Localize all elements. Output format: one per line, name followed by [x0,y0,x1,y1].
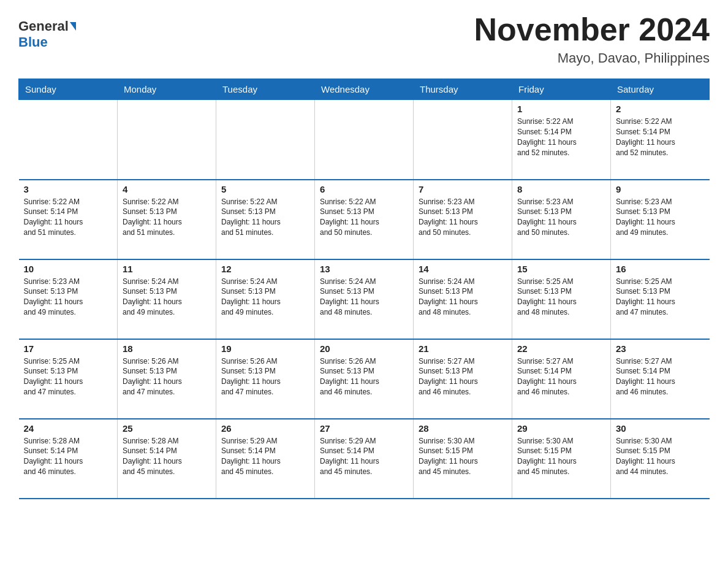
cell-info: Sunrise: 5:24 AM Sunset: 5:13 PM Dayligh… [221,277,309,318]
day-number: 26 [221,423,309,434]
day-number: 20 [320,343,408,354]
calendar-cell: 18Sunrise: 5:26 AM Sunset: 5:13 PM Dayli… [118,339,216,419]
calendar-cell: 27Sunrise: 5:29 AM Sunset: 5:14 PM Dayli… [315,419,414,499]
cell-info: Sunrise: 5:23 AM Sunset: 5:13 PM Dayligh… [517,197,605,238]
cell-info: Sunrise: 5:26 AM Sunset: 5:13 PM Dayligh… [123,356,211,397]
calendar-cell: 8Sunrise: 5:23 AM Sunset: 5:13 PM Daylig… [512,180,611,259]
day-number: 10 [24,264,113,274]
day-number: 6 [320,184,408,194]
logo-triangle-icon [70,22,76,31]
calendar-cell: 6Sunrise: 5:22 AM Sunset: 5:13 PM Daylig… [315,180,414,259]
day-number: 25 [123,423,211,434]
day-number: 5 [221,184,309,194]
calendar-cell: 15Sunrise: 5:25 AM Sunset: 5:13 PM Dayli… [512,259,611,339]
calendar-cell: 7Sunrise: 5:23 AM Sunset: 5:13 PM Daylig… [414,180,512,259]
calendar-cell: 29Sunrise: 5:30 AM Sunset: 5:15 PM Dayli… [512,419,611,499]
calendar-cell: 4Sunrise: 5:22 AM Sunset: 5:13 PM Daylig… [118,180,216,259]
calendar-row-2: 10Sunrise: 5:23 AM Sunset: 5:13 PM Dayli… [19,259,710,339]
calendar-cell: 1Sunrise: 5:22 AM Sunset: 5:14 PM Daylig… [512,100,611,180]
calendar-cell: 3Sunrise: 5:22 AM Sunset: 5:14 PM Daylig… [19,180,118,259]
cell-info: Sunrise: 5:22 AM Sunset: 5:13 PM Dayligh… [320,197,408,238]
day-number: 11 [123,264,211,274]
cell-info: Sunrise: 5:29 AM Sunset: 5:14 PM Dayligh… [320,436,408,477]
day-number: 24 [24,423,113,434]
cell-info: Sunrise: 5:26 AM Sunset: 5:13 PM Dayligh… [320,356,408,397]
calendar-cell: 24Sunrise: 5:28 AM Sunset: 5:14 PM Dayli… [19,419,118,499]
day-number: 7 [419,184,507,194]
calendar-row-0: 1Sunrise: 5:22 AM Sunset: 5:14 PM Daylig… [19,100,710,180]
cell-info: Sunrise: 5:23 AM Sunset: 5:13 PM Dayligh… [24,277,113,318]
cell-info: Sunrise: 5:28 AM Sunset: 5:14 PM Dayligh… [24,436,113,477]
day-number: 29 [517,423,605,434]
calendar-cell [315,100,414,180]
page-header: General Blue November 2024 Mayo, Davao, … [18,12,710,66]
calendar-cell [19,100,118,180]
cell-info: Sunrise: 5:27 AM Sunset: 5:14 PM Dayligh… [517,356,605,397]
weekday-header-wednesday: Wednesday [315,79,414,100]
calendar-cell: 5Sunrise: 5:22 AM Sunset: 5:13 PM Daylig… [216,180,315,259]
page-subtitle: Mayo, Davao, Philippines [474,50,710,66]
cell-info: Sunrise: 5:24 AM Sunset: 5:13 PM Dayligh… [419,277,507,318]
day-number: 18 [123,343,211,354]
cell-info: Sunrise: 5:29 AM Sunset: 5:14 PM Dayligh… [221,436,309,477]
calendar-cell: 22Sunrise: 5:27 AM Sunset: 5:14 PM Dayli… [512,339,611,419]
weekday-header-saturday: Saturday [611,79,710,100]
calendar-cell: 16Sunrise: 5:25 AM Sunset: 5:13 PM Dayli… [611,259,710,339]
cell-info: Sunrise: 5:28 AM Sunset: 5:14 PM Dayligh… [123,436,211,477]
logo: General Blue [18,12,76,50]
weekday-header-monday: Monday [118,79,216,100]
calendar-cell: 25Sunrise: 5:28 AM Sunset: 5:14 PM Dayli… [118,419,216,499]
weekday-header-tuesday: Tuesday [216,79,315,100]
cell-info: Sunrise: 5:30 AM Sunset: 5:15 PM Dayligh… [616,436,705,477]
cell-info: Sunrise: 5:25 AM Sunset: 5:13 PM Dayligh… [616,277,705,318]
logo-blue-text: Blue [18,34,48,50]
calendar-cell: 9Sunrise: 5:23 AM Sunset: 5:13 PM Daylig… [611,180,710,259]
day-number: 19 [221,343,309,354]
calendar-row-3: 17Sunrise: 5:25 AM Sunset: 5:13 PM Dayli… [19,339,710,419]
day-number: 1 [517,104,605,114]
calendar-cell: 26Sunrise: 5:29 AM Sunset: 5:14 PM Dayli… [216,419,315,499]
cell-info: Sunrise: 5:23 AM Sunset: 5:13 PM Dayligh… [419,197,507,238]
weekday-header-sunday: Sunday [19,79,118,100]
calendar-cell: 14Sunrise: 5:24 AM Sunset: 5:13 PM Dayli… [414,259,512,339]
calendar-row-1: 3Sunrise: 5:22 AM Sunset: 5:14 PM Daylig… [19,180,710,259]
day-number: 8 [517,184,605,194]
day-number: 17 [24,343,113,354]
calendar-cell: 2Sunrise: 5:22 AM Sunset: 5:14 PM Daylig… [611,100,710,180]
cell-info: Sunrise: 5:30 AM Sunset: 5:15 PM Dayligh… [419,436,507,477]
day-number: 22 [517,343,605,354]
cell-info: Sunrise: 5:23 AM Sunset: 5:13 PM Dayligh… [616,197,705,238]
day-number: 30 [616,423,705,434]
weekday-header-row: SundayMondayTuesdayWednesdayThursdayFrid… [19,79,710,100]
calendar-cell: 17Sunrise: 5:25 AM Sunset: 5:13 PM Dayli… [19,339,118,419]
weekday-header-thursday: Thursday [414,79,512,100]
day-number: 4 [123,184,211,194]
cell-info: Sunrise: 5:25 AM Sunset: 5:13 PM Dayligh… [517,277,605,318]
calendar-cell: 10Sunrise: 5:23 AM Sunset: 5:13 PM Dayli… [19,259,118,339]
calendar-table: SundayMondayTuesdayWednesdayThursdayFrid… [18,79,710,499]
calendar-cell [118,100,216,180]
calendar-cell [414,100,512,180]
page-title: November 2024 [474,12,710,47]
cell-info: Sunrise: 5:24 AM Sunset: 5:13 PM Dayligh… [320,277,408,318]
day-number: 3 [24,184,113,194]
calendar-cell: 19Sunrise: 5:26 AM Sunset: 5:13 PM Dayli… [216,339,315,419]
calendar-cell: 13Sunrise: 5:24 AM Sunset: 5:13 PM Dayli… [315,259,414,339]
cell-info: Sunrise: 5:22 AM Sunset: 5:14 PM Dayligh… [24,197,113,238]
calendar-row-4: 24Sunrise: 5:28 AM Sunset: 5:14 PM Dayli… [19,419,710,499]
cell-info: Sunrise: 5:22 AM Sunset: 5:13 PM Dayligh… [123,197,211,238]
calendar-cell: 28Sunrise: 5:30 AM Sunset: 5:15 PM Dayli… [414,419,512,499]
cell-info: Sunrise: 5:22 AM Sunset: 5:13 PM Dayligh… [221,197,309,238]
cell-info: Sunrise: 5:22 AM Sunset: 5:14 PM Dayligh… [616,117,705,158]
calendar-cell: 20Sunrise: 5:26 AM Sunset: 5:13 PM Dayli… [315,339,414,419]
cell-info: Sunrise: 5:26 AM Sunset: 5:13 PM Dayligh… [221,356,309,397]
day-number: 2 [616,104,705,114]
day-number: 13 [320,264,408,274]
calendar-cell: 30Sunrise: 5:30 AM Sunset: 5:15 PM Dayli… [611,419,710,499]
day-number: 21 [419,343,507,354]
cell-info: Sunrise: 5:30 AM Sunset: 5:15 PM Dayligh… [517,436,605,477]
cell-info: Sunrise: 5:27 AM Sunset: 5:14 PM Dayligh… [616,356,705,397]
day-number: 28 [419,423,507,434]
cell-info: Sunrise: 5:27 AM Sunset: 5:13 PM Dayligh… [419,356,507,397]
day-number: 15 [517,264,605,274]
